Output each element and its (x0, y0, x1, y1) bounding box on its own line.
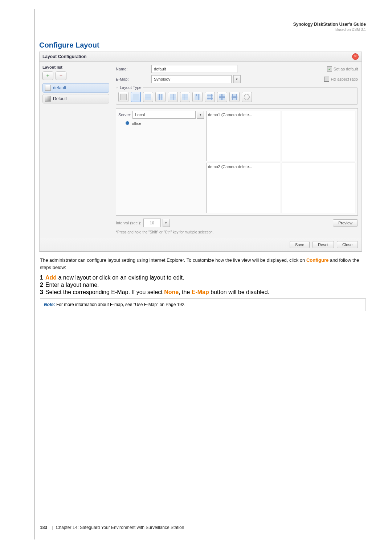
close-button[interactable]: Close (337, 241, 358, 248)
fix-aspect-label: Fix aspect ratio (331, 77, 358, 81)
layout-type-1plus3[interactable] (143, 92, 153, 102)
none-keyword: None (164, 289, 179, 295)
layout-item-label: Default (53, 96, 67, 101)
layout-type-label: Layout Type (118, 85, 143, 90)
step-3: 3Select the corresponding E-Map. If you … (40, 289, 366, 296)
server-select[interactable] (132, 111, 196, 119)
camera-icon (126, 121, 129, 125)
note-label: Note: (44, 302, 55, 307)
name-input[interactable] (151, 65, 237, 73)
note-box: Note: For more information about E-map, … (40, 298, 366, 311)
interval-label: Interval (sec.): (116, 221, 141, 225)
layout-type-5x5[interactable] (217, 92, 227, 102)
steps-list: 1Add a new layout or click on an existin… (40, 274, 366, 296)
layout-item-default[interactable]: default (42, 83, 109, 93)
name-label: Name: (116, 67, 149, 71)
chevron-down-icon[interactable]: ▾ (163, 219, 170, 227)
multi-select-hint: *Press and hold the "Shift" or "Ctrl" ke… (116, 230, 358, 234)
step-2: 2Enter a layout name. (40, 282, 366, 288)
reset-button[interactable]: Reset (313, 241, 334, 248)
page-footer: 183 | Chapter 14: Safeguard Your Environ… (40, 510, 366, 530)
add-layout-button[interactable]: ＋ (42, 72, 53, 80)
layout-type-cycle[interactable] (242, 92, 252, 102)
camera-tree: office (118, 119, 204, 126)
add-keyword: Add (45, 274, 57, 281)
chapter-title: Chapter 14: Safeguard Your Environment w… (56, 525, 184, 530)
page-number: 183 (40, 525, 47, 530)
checkbox-icon (324, 77, 329, 82)
doc-subheader: Based on DSM 3.1 (40, 28, 366, 32)
save-button[interactable]: Save (290, 241, 310, 248)
camera-assignment-panel: Server: ▾ office demo1 (Camera dele (116, 108, 358, 216)
note-text: For more information about E-map, see "U… (55, 302, 185, 307)
layout-type-3x3[interactable] (155, 92, 166, 102)
layout-config-dialog: Layout Configuration ✕ Layout list ＋ － d… (39, 52, 362, 252)
layout-type-4c[interactable] (192, 92, 203, 102)
layout-type-2x2[interactable] (131, 92, 141, 102)
chevron-down-icon[interactable]: ▾ (233, 75, 241, 83)
layout-type-1x1[interactable] (118, 92, 128, 102)
remove-layout-button[interactable]: － (56, 72, 66, 80)
set-default-label: Set as default (334, 67, 358, 71)
layout-type-6x6[interactable] (229, 92, 240, 102)
emap-label: E-Map: (116, 77, 149, 81)
doc-header: Synology DiskStation User's Guide (40, 22, 366, 27)
layout-type-4a[interactable] (168, 92, 178, 102)
layout-item-Default[interactable]: Default (42, 94, 109, 103)
chevron-down-icon[interactable]: ▾ (197, 111, 204, 119)
minus-icon: － (58, 73, 64, 79)
set-as-default-checkbox[interactable]: Set as default (327, 66, 358, 72)
emap-select[interactable] (151, 75, 232, 83)
layout-type-4x4[interactable] (205, 92, 215, 102)
preview-cell-1[interactable]: demo1 (Camera delete... (206, 111, 280, 161)
fix-aspect-checkbox[interactable]: Fix aspect ratio (324, 77, 358, 82)
layout-item-label: default (53, 85, 66, 90)
layout-list-heading: Layout list (42, 65, 109, 69)
plus-icon: ＋ (45, 73, 50, 79)
cycle-icon (244, 94, 250, 100)
layout-grad-icon (45, 96, 51, 102)
sidebar: Layout list ＋ － default Default (40, 62, 112, 238)
emap-keyword: E-Map (192, 289, 209, 295)
configure-keyword: Configure (306, 257, 328, 263)
checkbox-checked-icon (327, 66, 332, 72)
preview-cell-2[interactable] (282, 111, 356, 161)
preview-cell-4[interactable] (282, 163, 356, 213)
layout-type-4b[interactable] (180, 92, 190, 102)
server-label: Server: (118, 113, 131, 117)
dialog-title: Layout Configuration (42, 54, 86, 59)
interval-input[interactable] (143, 219, 161, 227)
layout-grid-icon (45, 85, 51, 91)
preview-cell-3[interactable]: demo2 (Camera delete... (206, 163, 280, 213)
close-icon[interactable]: ✕ (352, 53, 359, 60)
preview-button[interactable]: Preview (333, 219, 358, 227)
section-title: Configure Layout (39, 41, 366, 49)
layout-type-group: Layout Type (116, 85, 358, 105)
step-1: 1Add a new layout or click on an existin… (40, 274, 366, 281)
camera-node-office[interactable]: office (126, 121, 204, 126)
camera-label: office (132, 121, 141, 126)
intro-paragraph: The administrator can configure layout s… (40, 257, 366, 271)
